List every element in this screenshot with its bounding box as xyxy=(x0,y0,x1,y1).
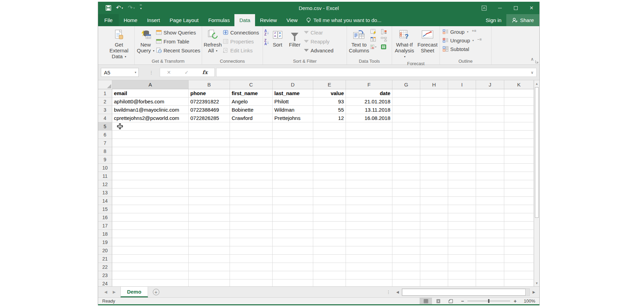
cancel-entry-icon[interactable]: ✕ xyxy=(167,70,171,75)
cell-B10[interactable] xyxy=(189,164,230,172)
cell-A21[interactable] xyxy=(112,255,189,263)
zoom-slider[interactable] xyxy=(467,301,510,301)
cell-D15[interactable] xyxy=(273,205,313,213)
row-header-1[interactable]: 1 xyxy=(98,89,112,98)
zoom-slider-handle[interactable] xyxy=(488,299,489,303)
reapply-filter-button[interactable]: Reapply xyxy=(304,38,334,45)
cell-C7[interactable] xyxy=(230,139,273,147)
cell-K15[interactable] xyxy=(504,205,534,213)
cell-H20[interactable] xyxy=(420,246,448,255)
remove-duplicates-icon[interactable] xyxy=(370,37,377,42)
cell-J6[interactable] xyxy=(476,131,504,139)
cell-G24[interactable] xyxy=(392,279,420,286)
cell-E1[interactable]: value xyxy=(313,89,346,98)
cell-A1[interactable]: email xyxy=(112,89,189,98)
column-header-a[interactable]: A xyxy=(112,80,189,89)
cell-B17[interactable] xyxy=(189,222,230,230)
cell-I20[interactable] xyxy=(448,246,476,255)
cell-D17[interactable] xyxy=(273,222,313,230)
cell-H9[interactable] xyxy=(420,155,448,164)
cell-F3[interactable]: 13.11.2018 xyxy=(346,106,392,114)
cell-C21[interactable] xyxy=(230,255,273,263)
row-header-3[interactable]: 3 xyxy=(98,106,112,114)
cell-A17[interactable] xyxy=(112,222,189,230)
cell-F9[interactable] xyxy=(346,155,392,164)
cell-K21[interactable] xyxy=(504,255,534,263)
cell-K22[interactable] xyxy=(504,263,534,271)
row-header-22[interactable]: 22 xyxy=(98,263,112,271)
cell-B19[interactable] xyxy=(189,238,230,246)
cell-F5[interactable] xyxy=(346,122,392,131)
cell-I13[interactable] xyxy=(448,188,476,197)
cell-I10[interactable] xyxy=(448,164,476,172)
cell-C6[interactable] xyxy=(230,131,273,139)
cell-H11[interactable] xyxy=(420,172,448,180)
cell-C5[interactable] xyxy=(230,122,273,131)
customize-qat-button[interactable]: ▾ xyxy=(140,5,142,11)
normal-view-button[interactable] xyxy=(420,298,432,304)
cell-K5[interactable] xyxy=(504,122,534,131)
cell-B11[interactable] xyxy=(189,172,230,180)
cell-D10[interactable] xyxy=(273,164,313,172)
row-header-12[interactable]: 12 xyxy=(98,180,112,188)
cell-K14[interactable] xyxy=(504,197,534,205)
cell-H2[interactable] xyxy=(420,98,448,106)
cell-H13[interactable] xyxy=(420,188,448,197)
cell-H12[interactable] xyxy=(420,180,448,188)
cell-H1[interactable] xyxy=(420,89,448,98)
tab-bar-splitter-icon[interactable]: ⋮ xyxy=(383,287,394,297)
cell-J14[interactable] xyxy=(476,197,504,205)
cell-A2[interactable]: aphilott0@forbes.com xyxy=(112,98,189,106)
cell-E6[interactable] xyxy=(313,131,346,139)
cell-H17[interactable] xyxy=(420,222,448,230)
cell-K11[interactable] xyxy=(504,172,534,180)
cell-A11[interactable] xyxy=(112,172,189,180)
cell-D19[interactable] xyxy=(273,238,313,246)
cell-C10[interactable] xyxy=(230,164,273,172)
row-header-16[interactable]: 16 xyxy=(98,213,112,222)
cell-B14[interactable] xyxy=(189,197,230,205)
relationships-icon[interactable] xyxy=(381,37,387,42)
cell-I24[interactable] xyxy=(448,279,476,286)
cell-K10[interactable] xyxy=(504,164,534,172)
cell-A23[interactable] xyxy=(112,271,189,279)
cell-J2[interactable] xyxy=(476,98,504,106)
cell-K20[interactable] xyxy=(504,246,534,255)
collapse-ribbon-icon[interactable]: ∧ xyxy=(530,57,534,62)
cell-B24[interactable] xyxy=(189,279,230,286)
row-header-21[interactable]: 21 xyxy=(98,255,112,263)
cell-C12[interactable] xyxy=(230,180,273,188)
cell-A8[interactable] xyxy=(112,147,189,155)
undo-button[interactable]: ↶▾ xyxy=(116,5,123,11)
page-break-view-button[interactable] xyxy=(444,298,457,304)
what-if-analysis-button[interactable]: ? What-If Analysis ▾ xyxy=(393,28,415,60)
cell-H21[interactable] xyxy=(420,255,448,263)
cell-B18[interactable] xyxy=(189,230,230,238)
cell-D20[interactable] xyxy=(273,246,313,255)
scroll-up-icon[interactable]: ▲ xyxy=(534,80,539,87)
cell-C15[interactable] xyxy=(230,205,273,213)
cell-F7[interactable] xyxy=(346,139,392,147)
text-to-columns-button[interactable]: Text to Columns xyxy=(348,28,370,55)
row-header-15[interactable]: 15 xyxy=(98,205,112,213)
formula-input[interactable]: ∨ xyxy=(216,68,537,77)
cell-K7[interactable] xyxy=(504,139,534,147)
cell-D3[interactable]: Wildman xyxy=(273,106,313,114)
cell-J4[interactable] xyxy=(476,114,504,122)
column-header-k[interactable]: K xyxy=(504,80,534,89)
cell-C3[interactable]: Bobinette xyxy=(230,106,273,114)
cell-E4[interactable]: 12 xyxy=(313,114,346,122)
tell-me-box[interactable]: Tell me what you want to do... xyxy=(303,14,385,26)
cell-A15[interactable] xyxy=(112,205,189,213)
cell-H23[interactable] xyxy=(420,271,448,279)
cell-B8[interactable] xyxy=(189,147,230,155)
ribbon-tab-view[interactable]: View xyxy=(282,14,302,26)
cell-J3[interactable] xyxy=(476,106,504,114)
cell-A14[interactable] xyxy=(112,197,189,205)
column-header-b[interactable]: B xyxy=(189,80,230,89)
row-header-6[interactable]: 6 xyxy=(98,131,112,139)
cell-E2[interactable]: 93 xyxy=(313,98,346,106)
scroll-right-icon[interactable]: ▶ xyxy=(530,288,537,296)
cell-B9[interactable] xyxy=(189,155,230,164)
cell-D18[interactable] xyxy=(273,230,313,238)
